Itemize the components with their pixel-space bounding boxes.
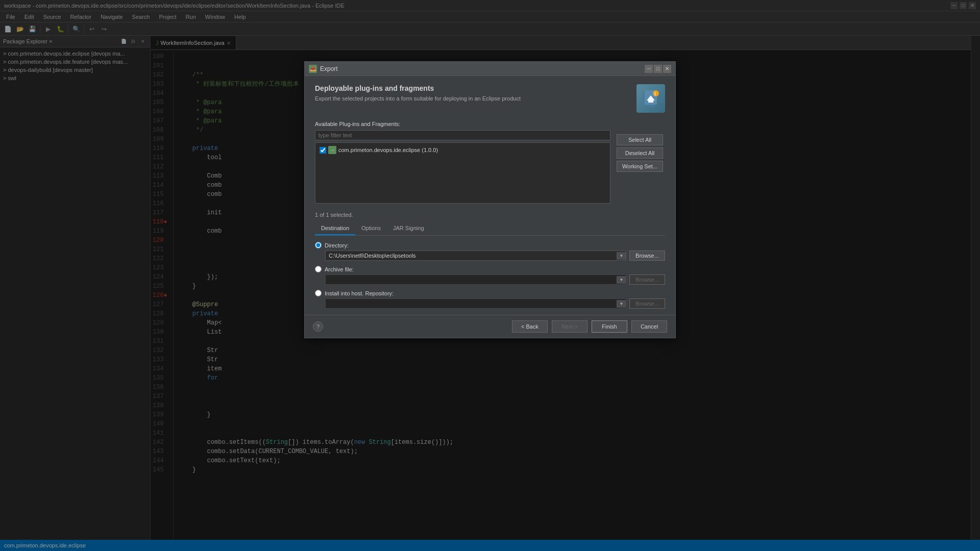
dialog-tabs: Destination Options JAR Signing (315, 222, 665, 236)
directory-radio[interactable] (315, 242, 322, 248)
archive-label-text: Archive file: (325, 266, 354, 272)
install-field-row: ▼ Browse... (315, 298, 665, 309)
archive-radio[interactable] (315, 266, 322, 272)
dialog-title-text: Export (320, 65, 642, 72)
plugin-label: com.primeton.devops.ide.eclipse (1.0.0) (338, 147, 438, 153)
tab-options[interactable]: Options (355, 222, 387, 235)
directory-input-combo: ▼ (325, 251, 626, 261)
plugin-icon: → (328, 146, 336, 154)
install-input (326, 299, 617, 308)
radio-group: Directory: ▼ Browse... Archive file: (315, 242, 665, 309)
working-set-button[interactable]: Working Set... (617, 161, 663, 172)
dialog-header: Deployable plug-ins and fragments Export… (305, 76, 675, 121)
destination-form: Directory: ▼ Browse... Archive file: (305, 236, 675, 315)
dialog-header-left: Deployable plug-ins and fragments Export… (315, 84, 628, 102)
svg-point-4 (653, 90, 659, 96)
plugins-buttons: Select All Deselect All Working Set... (615, 130, 665, 204)
svg-rect-3 (648, 101, 653, 103)
archive-row: Archive file: ▼ Browse... (315, 266, 665, 285)
filter-input[interactable] (315, 130, 610, 140)
install-browse-btn: Browse... (629, 298, 665, 309)
install-label[interactable]: Install into host. Repository: (315, 290, 665, 296)
directory-label[interactable]: Directory: (315, 242, 665, 248)
plugins-list: → com.primeton.devops.ide.eclipse (1.0.0… (315, 143, 610, 203)
dialog-close-btn[interactable]: ✕ (663, 65, 671, 73)
help-icon[interactable]: ? (313, 321, 323, 332)
directory-row: Directory: ▼ Browse... (315, 242, 665, 261)
finish-button[interactable]: Finish (592, 320, 627, 333)
directory-dropdown-arrow[interactable]: ▼ (617, 252, 626, 260)
svg-text:!: ! (654, 91, 656, 96)
dialog-header-icon: ! (636, 84, 665, 113)
deselect-all-button[interactable]: Deselect All (617, 147, 663, 159)
back-button[interactable]: < Back (512, 320, 548, 333)
dialog-title-icon: 📤 (309, 65, 317, 73)
cancel-button[interactable]: Cancel (631, 320, 667, 333)
section-label: Available Plug-ins and Fragments: (315, 121, 665, 127)
select-all-button[interactable]: Select All (617, 134, 663, 145)
tab-jar-signing[interactable]: JAR Signing (387, 222, 430, 235)
install-dropdown-arrow: ▼ (617, 300, 626, 308)
dialog-footer: ? < Back Next > Finish Cancel (305, 315, 675, 338)
dialog-maximize-btn[interactable]: □ (654, 65, 662, 73)
plugin-item[interactable]: → com.primeton.devops.ide.eclipse (1.0.0… (317, 145, 608, 155)
directory-browse-btn[interactable]: Browse... (629, 251, 665, 261)
install-label-text: Install into host. Repository: (325, 290, 394, 296)
directory-label-text: Directory: (325, 242, 349, 248)
plugins-section: Available Plug-ins and Fragments: → com.… (305, 121, 675, 210)
status-text: 1 of 1 selected. (305, 210, 675, 222)
plugin-checkbox[interactable] (320, 147, 326, 154)
directory-field-row: ▼ Browse... (315, 251, 665, 261)
archive-field-row: ▼ Browse... (315, 274, 665, 285)
archive-dropdown-arrow: ▼ (617, 276, 626, 284)
archive-input-combo: ▼ (325, 274, 626, 285)
modal-overlay: 📤 Export ─ □ ✕ Deployable plug-ins and f… (0, 0, 980, 551)
install-input-combo: ▼ (325, 298, 626, 309)
directory-input[interactable] (326, 251, 617, 260)
plugins-container: → com.primeton.devops.ide.eclipse (1.0.0… (315, 142, 610, 204)
dialog-title-bar: 📤 Export ─ □ ✕ (305, 62, 675, 76)
archive-browse-btn: Browse... (629, 274, 665, 285)
export-dialog: 📤 Export ─ □ ✕ Deployable plug-ins and f… (304, 61, 676, 338)
archive-label[interactable]: Archive file: (315, 266, 665, 272)
archive-input (326, 275, 617, 284)
install-radio[interactable] (315, 290, 322, 296)
dialog-title-controls: ─ □ ✕ (645, 65, 671, 73)
dialog-description: Export the selected projects into a form… (315, 95, 628, 102)
install-row: Install into host. Repository: ▼ Browse.… (315, 290, 665, 309)
dialog-minimize-btn[interactable]: ─ (645, 65, 653, 73)
next-button[interactable]: Next > (552, 320, 587, 333)
dialog-main-title: Deployable plug-ins and fragments (315, 84, 628, 92)
tab-destination[interactable]: Destination (315, 222, 355, 235)
